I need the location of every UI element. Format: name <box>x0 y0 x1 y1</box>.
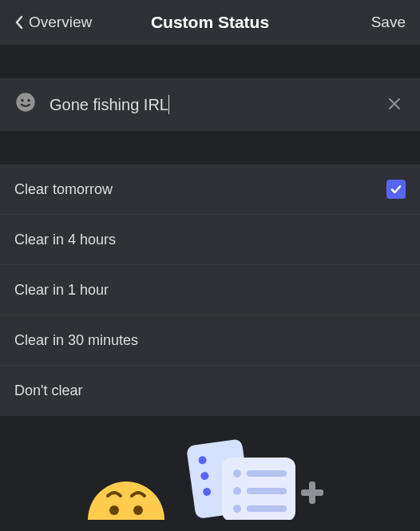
svg-rect-16 <box>247 505 287 512</box>
illustration <box>0 416 420 520</box>
chevron-left-icon <box>14 15 24 30</box>
status-input[interactable]: Gone fishing IRL <box>50 95 370 114</box>
svg-point-13 <box>233 487 241 495</box>
option-label: Don't clear <box>14 382 82 399</box>
option-label: Clear in 1 hour <box>14 282 109 299</box>
header: Overview Custom Status Save <box>0 0 420 45</box>
emoji-picker-icon[interactable] <box>14 91 37 119</box>
option-label: Clear in 4 hours <box>14 232 116 248</box>
spacer <box>0 131 420 164</box>
option-dont-clear[interactable]: Don't clear <box>0 366 420 416</box>
checkmark-icon <box>386 180 406 199</box>
svg-point-0 <box>16 93 34 111</box>
option-label: Clear in 30 minutes <box>14 332 138 349</box>
page-title: Custom Status <box>151 13 269 32</box>
option-clear-30-min[interactable]: Clear in 30 minutes <box>0 315 420 366</box>
svg-point-4 <box>109 505 119 515</box>
svg-point-11 <box>233 470 241 478</box>
svg-point-2 <box>27 98 30 101</box>
svg-point-15 <box>233 505 241 513</box>
svg-rect-14 <box>247 488 287 494</box>
svg-point-3 <box>88 481 164 520</box>
text-caret <box>168 95 169 114</box>
svg-rect-18 <box>301 489 323 496</box>
close-icon <box>388 97 401 110</box>
back-button[interactable]: Overview <box>14 14 92 31</box>
option-clear-tomorrow[interactable]: Clear tomorrow <box>0 164 420 215</box>
clear-input-button[interactable] <box>383 91 406 119</box>
svg-point-1 <box>21 98 24 101</box>
save-button[interactable]: Save <box>371 14 406 31</box>
status-input-row: Gone fishing IRL <box>0 78 420 131</box>
option-label: Clear tomorrow <box>14 181 113 198</box>
spacer <box>0 45 420 78</box>
decorative-illustration <box>66 416 354 520</box>
clear-options-list: Clear tomorrow Clear in 4 hours Clear in… <box>0 164 420 416</box>
svg-rect-12 <box>247 470 287 477</box>
back-label: Overview <box>29 14 92 31</box>
svg-point-5 <box>133 505 143 515</box>
status-input-value: Gone fishing IRL <box>50 96 168 114</box>
option-clear-4-hours[interactable]: Clear in 4 hours <box>0 215 420 265</box>
option-clear-1-hour[interactable]: Clear in 1 hour <box>0 265 420 315</box>
